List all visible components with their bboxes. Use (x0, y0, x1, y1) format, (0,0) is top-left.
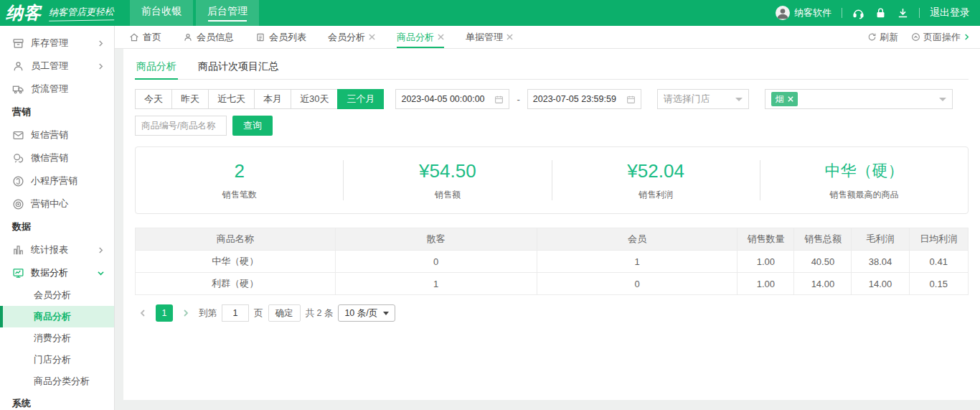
tab-label: 会员信息 (197, 31, 234, 44)
content-tab-label: 商品计次项目汇总 (198, 60, 278, 72)
nav-tab-backoffice[interactable]: 后台管理 (196, 0, 259, 26)
sidebar-item-wechat-marketing[interactable]: 微信营销 (0, 146, 114, 169)
caret-down-icon (383, 312, 389, 315)
range-label: 今天 (144, 93, 163, 106)
sidebar-subitem-product-analysis[interactable]: 商品分析 (0, 306, 114, 327)
nav-tab-label: 后台管理 (207, 5, 248, 18)
tab-home[interactable]: 首页 (129, 26, 161, 48)
sidebar-item-inventory[interactable]: 库存管理 (0, 32, 114, 55)
logistics-icon (12, 83, 24, 95)
table-row[interactable]: 中华（硬） 0 1 1.00 40.50 38.04 0.41 (136, 251, 969, 273)
range-three-months-button[interactable]: 三个月 (337, 89, 384, 109)
refresh-button[interactable]: 刷新 (867, 31, 898, 44)
user-menu[interactable]: 纳客软件 (776, 6, 831, 20)
close-icon[interactable] (438, 34, 444, 40)
product-search-input[interactable] (135, 116, 227, 136)
tab-label: 会员分析 (328, 31, 365, 44)
date-to-field[interactable] (527, 89, 641, 109)
table-row[interactable]: 利群（硬） 1 0 1.00 14.00 14.00 0.15 (136, 273, 969, 295)
caret-down-icon (939, 98, 946, 101)
lock-icon[interactable] (875, 7, 887, 19)
tab-order-management[interactable]: 单据管理 (466, 26, 513, 48)
category-multiselect[interactable]: 烟 (765, 89, 953, 109)
sidebar-item-data-analysis[interactable]: 数据分析 (0, 261, 114, 284)
tab-member-analysis[interactable]: 会员分析 (328, 26, 375, 48)
sidebar-subitem-consumption-analysis[interactable]: 消费分析 (0, 327, 114, 349)
sidebar-item-sms-marketing[interactable]: 短信营销 (0, 124, 114, 146)
sidebar-item-label: 小程序营销 (31, 174, 77, 187)
store-select-placeholder: 请选择门店 (664, 93, 710, 106)
sidebar-item-miniprogram-marketing[interactable]: 小程序营销 (0, 169, 114, 192)
nav-tab-underline (208, 20, 247, 22)
wechat-icon (12, 152, 24, 164)
sms-icon (12, 129, 24, 141)
sidebar-section-label: 营销 (12, 106, 31, 118)
tab-member-info[interactable]: 会员信息 (183, 26, 234, 48)
sidebar-subitem-product-category-analysis[interactable]: 商品分类分析 (0, 371, 114, 392)
sidebar-item-staff[interactable]: 员工管理 (0, 55, 114, 78)
next-page-button[interactable] (178, 304, 194, 322)
close-icon[interactable] (507, 34, 513, 40)
sidebar-subitem-member-analysis[interactable]: 会员分析 (0, 284, 114, 306)
date-from-input[interactable] (401, 94, 490, 104)
content-tab-product-analysis[interactable]: 商品分析 (135, 56, 178, 79)
tab-product-analysis[interactable]: 商品分析 (397, 26, 444, 48)
stat-value: ¥52.04 (552, 159, 760, 182)
pagination: 1 到第 页 确定 共 2 条 10 条/页 (135, 304, 969, 322)
range-label: 近30天 (300, 93, 329, 106)
content-tab-product-count-summary[interactable]: 商品计次项目汇总 (197, 56, 280, 79)
table-header-row: 商品名称 散客 会员 销售数量 销售总额 毛利润 日均利润 (136, 228, 969, 251)
range-yesterday-button[interactable]: 昨天 (171, 89, 209, 109)
range-last7days-button[interactable]: 近七天 (208, 89, 255, 109)
store-select[interactable]: 请选择门店 (657, 89, 749, 109)
date-from-field[interactable] (395, 89, 509, 109)
tag-remove-icon[interactable] (788, 96, 793, 102)
sidebar-item-logistics[interactable]: 货流管理 (0, 78, 114, 101)
sidebar-section-data: 数据 (0, 215, 114, 238)
query-button[interactable]: 查询 (232, 116, 273, 136)
logout-button[interactable]: 退出登录 (930, 6, 970, 19)
close-icon[interactable] (369, 34, 375, 40)
range-this-month-button[interactable]: 本月 (254, 89, 291, 109)
open-tabs-bar: 首页 会员信息 会员列表 会员分析 商品分析 (115, 26, 980, 49)
date-to-input[interactable] (533, 94, 622, 104)
sidebar-item-marketing-center[interactable]: 营销中心 (0, 192, 114, 215)
page-number-button[interactable]: 1 (156, 304, 173, 322)
sidebar-subitem-label: 消费分析 (34, 332, 71, 345)
sidebar-item-statistics-report[interactable]: 统计报表 (0, 238, 114, 261)
sidebar-section-label: 数据 (12, 220, 31, 233)
goto-confirm-button[interactable]: 确定 (268, 304, 301, 322)
app-logo: 纳客 (6, 1, 42, 24)
tab-label: 首页 (143, 31, 161, 44)
goto-page-input[interactable] (222, 304, 249, 322)
stat-label: 销售额最高的商品 (760, 189, 968, 201)
home-icon (129, 32, 139, 42)
tab-label: 会员列表 (269, 31, 306, 44)
stat-sales-count: 2 销售笔数 (136, 159, 343, 201)
chevron-down-icon (98, 270, 104, 276)
page-operations-button[interactable]: 页面操作 (911, 31, 970, 44)
product-analysis-table: 商品名称 散客 会员 销售数量 销售总额 毛利润 日均利润 中华（硬） 0 (135, 228, 969, 295)
cell-sales-qty: 1.00 (738, 273, 794, 295)
range-label: 本月 (263, 93, 282, 106)
cell-walkin: 0 (335, 251, 537, 273)
brand-tagline: 纳客管店更轻松 (49, 5, 114, 22)
nav-tab-frontdesk[interactable]: 前台收银 (130, 0, 193, 26)
top-right-actions: 纳客软件 退出登录 (776, 0, 980, 26)
nav-tab-underline (142, 20, 181, 22)
tabbar-actions: 刷新 页面操作 (867, 26, 970, 48)
range-today-button[interactable]: 今天 (135, 89, 172, 109)
range-last30days-button[interactable]: 近30天 (291, 89, 338, 109)
prev-page-button[interactable] (135, 304, 151, 322)
sidebar-subitem-store-analysis[interactable]: 门店分析 (0, 349, 114, 371)
calendar-icon (626, 95, 636, 104)
page-size-select[interactable]: 10 条/页 (338, 304, 395, 322)
page-operations-icon (911, 32, 920, 42)
sidebar-section-marketing: 营销 (0, 101, 114, 124)
cell-sales-total: 14.00 (794, 273, 852, 295)
cell-daily-profit: 0.41 (909, 251, 968, 273)
download-icon[interactable] (897, 7, 909, 19)
tab-member-list[interactable]: 会员列表 (255, 26, 306, 48)
cell-sales-qty: 1.00 (738, 251, 794, 273)
customer-service-icon[interactable] (852, 7, 864, 19)
